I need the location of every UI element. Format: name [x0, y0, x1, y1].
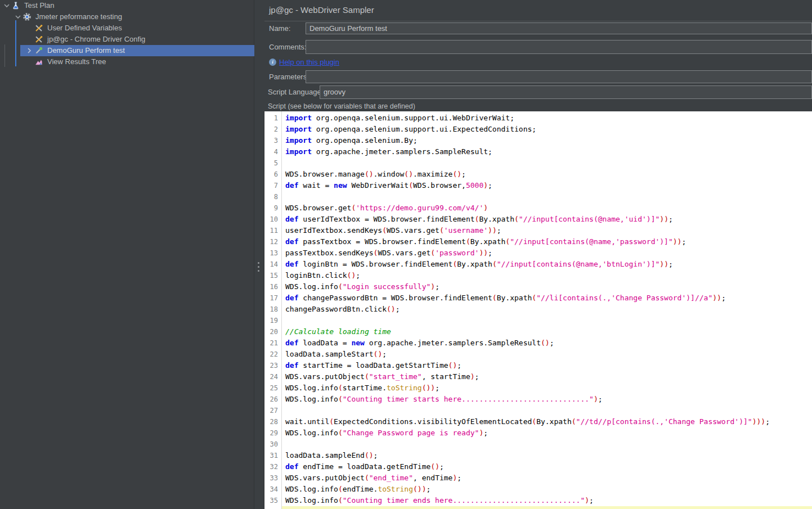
line-number: 30	[270, 439, 278, 450]
code-line-23[interactable]: def startTime = loadData.getStartTime();	[282, 360, 812, 371]
tree-item-label: DemoGuru Perform test	[47, 45, 125, 56]
code-line-7[interactable]: def wait = new WebDriverWait(WDS.browser…	[282, 180, 812, 191]
script-language-label: Script Language:	[268, 85, 323, 99]
name-label: Name:	[269, 22, 290, 34]
line-number: 7	[274, 180, 278, 191]
tree-item-view-results-tree[interactable]: View Results Tree	[0, 56, 254, 67]
jmeter-window: Test PlanJmeter peformance testingUser D…	[0, 0, 812, 509]
code-line-19[interactable]	[282, 315, 812, 326]
line-number: 2	[274, 124, 278, 135]
code-line-33[interactable]: WDS.vars.putObject("end_time", endTime);	[282, 472, 812, 484]
flask-icon	[11, 1, 20, 10]
code-line-27[interactable]	[282, 405, 812, 416]
tree-item-label: User Defined Variables	[47, 22, 122, 34]
code-line-2[interactable]: import org.openqa.selenium.support.ui.Ex…	[282, 124, 812, 135]
line-number: 24	[270, 371, 278, 382]
tree-item-label: View Results Tree	[47, 56, 106, 67]
code-line-26[interactable]: WDS.log.info("Counting timer starts here…	[282, 394, 812, 405]
splitter-grip-icon[interactable]	[258, 262, 259, 272]
tools-icon	[34, 35, 43, 44]
code-line-1[interactable]: import org.openqa.selenium.support.ui.We…	[282, 112, 812, 124]
code-line-10[interactable]: def userIdTextbox = WDS.browser.findElem…	[282, 214, 812, 225]
comments-label: Comments:	[269, 40, 306, 54]
tree-item-label: Test Plan	[24, 0, 54, 11]
code-line-13[interactable]: passTextbox.sendKeys(WDS.vars.get('passw…	[282, 247, 812, 259]
code-area[interactable]: import org.openqa.selenium.support.ui.We…	[282, 111, 812, 509]
script-language-select[interactable]: groovy	[320, 85, 812, 99]
code-line-14[interactable]: def loginBtn = WDS.browser.findElement(B…	[282, 259, 812, 270]
line-number: 21	[270, 337, 278, 349]
code-line-6[interactable]: WDS.browser.manage().window().maximize()…	[282, 169, 812, 180]
help-on-this-plugin-link[interactable]: Help on this plugin	[279, 58, 339, 66]
tree-item-chrome-driver-config[interactable]: jp@gc - Chrome Driver Config	[0, 34, 254, 45]
page-title: jp@gc - WebDriver Sampler	[269, 5, 374, 15]
line-number: 26	[270, 394, 278, 405]
current-line-highlight	[282, 506, 812, 509]
code-line-28[interactable]: wait.until(ExpectedConditions.visibility…	[282, 416, 812, 427]
line-number: 1	[274, 112, 278, 124]
code-line-30[interactable]	[282, 439, 812, 450]
line-number: 14	[270, 259, 278, 270]
code-line-8[interactable]	[282, 191, 812, 202]
line-number: 20	[270, 326, 278, 337]
code-line-17[interactable]: def changePasswordBtn = WDS.browser.find…	[282, 292, 812, 304]
dropper-icon	[34, 46, 43, 55]
line-number: 31	[270, 450, 278, 461]
tree-item-user-defined-variables[interactable]: User Defined Variables	[0, 22, 254, 34]
code-line-18[interactable]: changePasswordBtn.click();	[282, 304, 812, 315]
tools-icon	[34, 24, 43, 33]
line-number-gutter: 1234567891011121314151617181920212223242…	[264, 111, 282, 509]
test-plan-tree[interactable]: Test PlanJmeter peformance testingUser D…	[0, 0, 254, 509]
script-editor[interactable]: 1234567891011121314151617181920212223242…	[264, 111, 812, 509]
line-number: 8	[274, 191, 278, 202]
script-section-label: Script (see below for variables that are…	[268, 102, 415, 110]
line-number: 33	[270, 472, 278, 484]
line-number: 5	[274, 157, 278, 169]
webdriver-sampler-config: jp@gc - WebDriver Sampler Name: Comments…	[264, 0, 812, 111]
code-line-5[interactable]	[282, 157, 812, 169]
line-number: 29	[270, 427, 278, 439]
line-number: 17	[270, 292, 278, 304]
code-line-29[interactable]: WDS.log.info("Change Password page is re…	[282, 427, 812, 439]
code-line-12[interactable]: def passTextbox = WDS.browser.findElemen…	[282, 236, 812, 247]
comments-field[interactable]	[306, 40, 812, 54]
chevron-right-icon[interactable]	[25, 46, 34, 55]
tree-item-demoguru-perform-test[interactable]: DemoGuru Perform test	[0, 45, 254, 56]
line-number: 12	[270, 236, 278, 247]
tree-item-jmeter-performance-testing[interactable]: Jmeter peformance testing	[0, 11, 254, 22]
code-line-20[interactable]: //Calculate loading time	[282, 326, 812, 337]
tree-item-test-plan[interactable]: Test Plan	[0, 0, 254, 11]
code-line-31[interactable]: loadData.sampleEnd();	[282, 450, 812, 461]
chevron-down-icon[interactable]	[14, 12, 23, 21]
code-line-9[interactable]: WDS.browser.get('https://demo.guru99.com…	[282, 202, 812, 214]
line-number: 28	[270, 416, 278, 427]
chevron-down-icon[interactable]	[2, 1, 11, 10]
code-line-25[interactable]: WDS.log.info(startTime.toString());	[282, 382, 812, 394]
panel-splitter[interactable]	[255, 0, 264, 509]
code-line-22[interactable]: loadData.sampleStart();	[282, 349, 812, 360]
code-line-16[interactable]: WDS.log.info("Login successfully");	[282, 281, 812, 292]
code-line-11[interactable]: userIdTextbox.sendKeys(WDS.vars.get('use…	[282, 225, 812, 236]
line-number: 34	[270, 484, 278, 495]
line-number: 15	[270, 270, 278, 281]
code-line-3[interactable]: import org.openqa.selenium.By;	[282, 135, 812, 146]
code-line-34[interactable]: WDS.log.info(endTime.toString());	[282, 484, 812, 495]
line-number: 23	[270, 360, 278, 371]
code-line-15[interactable]: loginBtn.click();	[282, 270, 812, 281]
parameters-field[interactable]	[306, 70, 812, 83]
title-separator	[264, 21, 812, 21]
code-line-21[interactable]: def loadData = new org.apache.jmeter.sam…	[282, 337, 812, 349]
code-line-4[interactable]: import org.apache.jmeter.samplers.Sample…	[282, 146, 812, 157]
line-number: 32	[270, 461, 278, 472]
code-line-35[interactable]: WDS.log.info("Counting timer ends here..…	[282, 495, 812, 506]
info-icon: i	[269, 58, 276, 66]
line-number: 27	[270, 405, 278, 416]
line-number: 18	[270, 304, 278, 315]
line-number: 25	[270, 382, 278, 394]
code-line-32[interactable]: def endTime = loadData.getEndTime();	[282, 461, 812, 472]
code-line-24[interactable]: WDS.vars.putObject("start_time", startTi…	[282, 371, 812, 382]
name-field[interactable]	[306, 22, 812, 34]
line-number: 6	[274, 169, 278, 180]
line-number: 19	[270, 315, 278, 326]
line-number: 11	[270, 225, 278, 236]
